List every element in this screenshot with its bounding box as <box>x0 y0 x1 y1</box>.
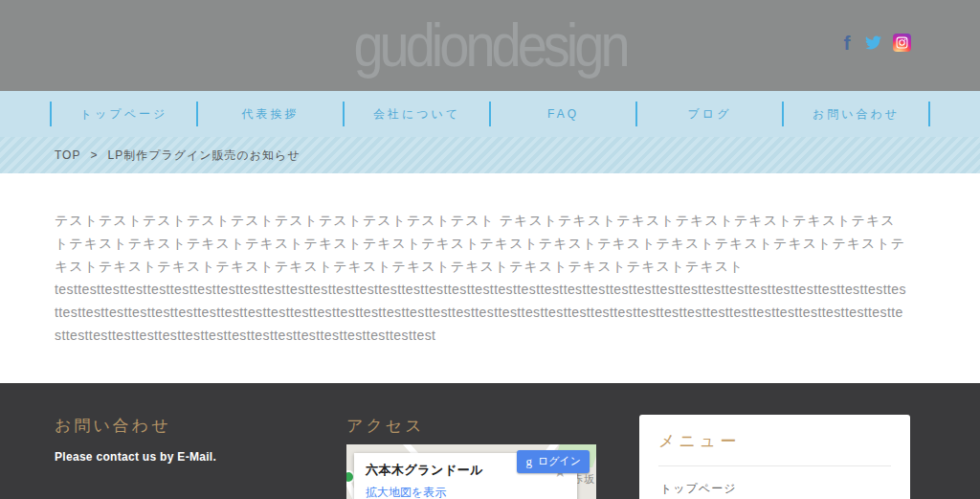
breadcrumb-home-link[interactable]: TOP <box>55 148 80 162</box>
breadcrumb: TOP > LP制作プラグイン販売のお知らせ <box>0 137 980 173</box>
nav-item-blog[interactable]: ブログ <box>637 106 782 123</box>
footer-contact-section: お問い合わせ Please contact us by E-Mail. <box>55 415 346 499</box>
nav-item-company[interactable]: 会社について <box>345 106 489 123</box>
nav-item-greeting[interactable]: 代表挨拶 <box>198 106 343 123</box>
footer-access-section: アクセス 赤坂 六本木グランドール 拡大地図を表示 ★ g ログイン <box>346 415 639 499</box>
site-header: gudiondesign f <box>0 0 980 91</box>
contact-heading: お問い合わせ <box>55 415 346 437</box>
footer-menu-section: メニュー トップページ <box>639 415 910 499</box>
footer: お問い合わせ Please contact us by E-Mail. アクセス… <box>0 383 980 499</box>
google-map-embed[interactable]: 赤坂 六本木グランドール 拡大地図を表示 ★ g ログイン <box>346 444 596 499</box>
main-nav: トップページ 代表挨拶 会社について FAQ ブログ お問い合わせ <box>0 91 980 137</box>
map-expand-link[interactable]: 拡大地図を表示 <box>366 485 446 499</box>
login-label: ログイン <box>538 454 581 468</box>
menu-item-top[interactable]: トップページ <box>658 466 891 499</box>
menu-card: メニュー トップページ <box>639 415 910 499</box>
main-content: テストテストテストテストテストテストテストテストテストテスト テキストテキストテ… <box>0 173 980 383</box>
nav-item-faq[interactable]: FAQ <box>491 107 635 121</box>
facebook-icon[interactable]: f <box>840 34 854 52</box>
breadcrumb-current: LP制作プラグイン販売のお知らせ <box>107 147 300 164</box>
nav-item-top[interactable]: トップページ <box>52 106 196 123</box>
google-g-icon: g <box>525 456 532 466</box>
nav-divider <box>928 102 930 126</box>
site-logo[interactable]: gudiondesign <box>353 10 626 79</box>
contact-subtitle: Please contact us by E-Mail. <box>55 450 346 464</box>
twitter-icon[interactable] <box>863 34 883 52</box>
japanese-test-text: テストテストテストテストテストテストテストテストテストテスト テキストテキストテ… <box>55 213 905 274</box>
access-heading: アクセス <box>346 415 639 437</box>
instagram-icon[interactable] <box>893 34 911 52</box>
menu-heading: メニュー <box>658 430 891 466</box>
social-links: f <box>840 34 911 52</box>
nav-item-contact[interactable]: お問い合わせ <box>784 106 928 123</box>
google-login-button[interactable]: g ログイン <box>517 450 590 473</box>
english-test-text: testtesttesttesttesttesttesttesttesttest… <box>55 282 906 343</box>
breadcrumb-separator: > <box>90 148 98 162</box>
article-body: テストテストテストテストテストテストテストテストテストテスト テキストテキストテ… <box>55 209 908 347</box>
